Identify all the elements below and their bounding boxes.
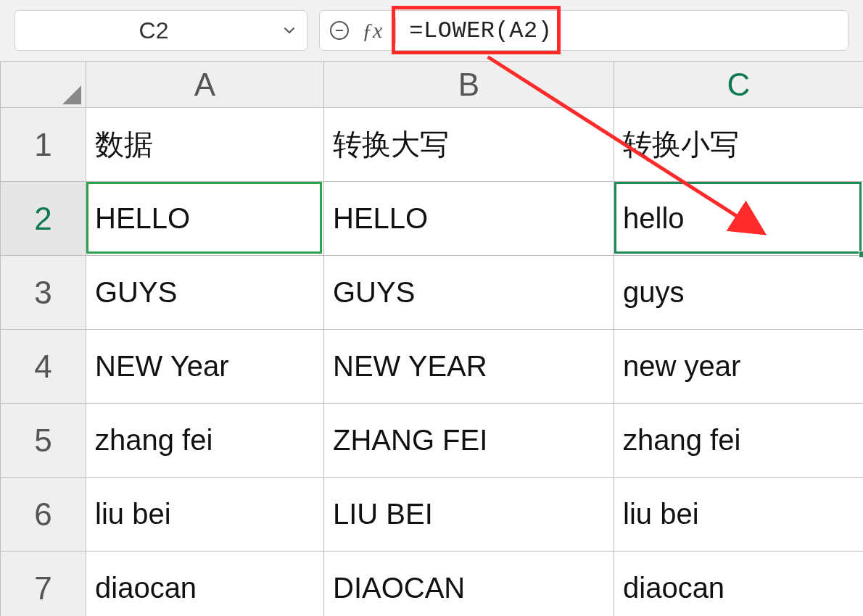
cell-A3[interactable]: GUYS — [86, 256, 324, 330]
cell-C7[interactable]: diaocan — [614, 552, 864, 617]
cell-B6[interactable]: LIU BEI — [324, 478, 614, 552]
table-row: 5zhang feiZHANG FEIzhang fei — [1, 404, 864, 478]
select-all-triangle-icon — [62, 86, 81, 104]
row-header-3[interactable]: 3 — [1, 256, 86, 330]
cell-C1[interactable]: 转换小写 — [614, 108, 864, 182]
table-row: 4NEW YearNEW YEARnew year — [1, 330, 864, 404]
select-all-button[interactable] — [1, 62, 86, 108]
fill-handle[interactable] — [859, 251, 864, 258]
cell-C5[interactable]: zhang fei — [614, 404, 864, 478]
column-header-C[interactable]: C — [614, 62, 864, 108]
cancel-icon[interactable] — [330, 21, 349, 40]
table-row: 7diaocanDIAOCANdiaocan — [1, 552, 864, 617]
cell-A7[interactable]: diaocan — [86, 552, 324, 617]
row-header-7[interactable]: 7 — [1, 552, 86, 617]
cell-A1[interactable]: 数据 — [86, 108, 324, 182]
cell-C6[interactable]: liu bei — [614, 478, 864, 552]
cell-C3[interactable]: guys — [614, 256, 864, 330]
table-row: 3GUYSGUYSguys — [1, 256, 864, 330]
cell-B2[interactable]: HELLO — [324, 182, 614, 256]
cell-C2[interactable]: hello — [614, 182, 864, 256]
formula-input[interactable]: =LOWER(A2) — [409, 17, 552, 44]
cell-B5[interactable]: ZHANG FEI — [324, 404, 614, 478]
row-header-2[interactable]: 2 — [1, 182, 86, 256]
cell-A6[interactable]: liu bei — [86, 478, 324, 552]
cell-A2[interactable]: HELLO — [86, 182, 324, 256]
cell-B4[interactable]: NEW YEAR — [324, 330, 614, 404]
spreadsheet[interactable]: A B C 1数据转换大写转换小写2HELLOHELLOhello3GUYSGU… — [0, 61, 863, 616]
cell-C4[interactable]: new year — [614, 330, 864, 404]
cell-B1[interactable]: 转换大写 — [324, 108, 614, 182]
formula-bar[interactable]: ƒx =LOWER(A2) — [319, 10, 848, 51]
row-header-6[interactable]: 6 — [1, 478, 86, 552]
table-row: 1数据转换大写转换小写 — [1, 108, 864, 182]
fx-icon[interactable]: ƒx — [362, 18, 382, 43]
chevron-down-icon[interactable] — [282, 23, 297, 38]
cell-B3[interactable]: GUYS — [324, 256, 614, 330]
table-row: 6liu beiLIU BEIliu bei — [1, 478, 864, 552]
separator — [395, 17, 396, 43]
table-row: 2HELLOHELLOhello — [1, 182, 864, 256]
cell-A4[interactable]: NEW Year — [86, 330, 324, 404]
row-header-1[interactable]: 1 — [1, 108, 86, 182]
name-box-value: C2 — [25, 17, 282, 44]
column-header-B[interactable]: B — [324, 62, 614, 108]
row-header-4[interactable]: 4 — [1, 330, 86, 404]
cell-A5[interactable]: zhang fei — [86, 404, 324, 478]
cell-B7[interactable]: DIAOCAN — [324, 552, 614, 617]
formula-toolbar: C2 ƒx =LOWER(A2) — [0, 0, 863, 61]
name-box[interactable]: C2 — [15, 10, 307, 51]
row-header-5[interactable]: 5 — [1, 404, 86, 478]
column-header-A[interactable]: A — [86, 62, 324, 108]
